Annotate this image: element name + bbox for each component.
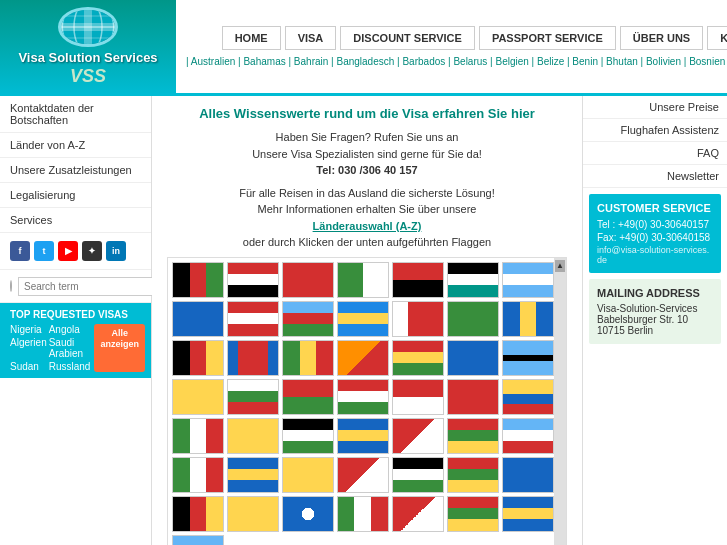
search-input[interactable] <box>18 277 157 296</box>
flag-item[interactable] <box>447 262 499 298</box>
flag-item[interactable] <box>337 340 389 376</box>
top-visa-russland[interactable]: Russland <box>49 361 91 372</box>
flag-item[interactable] <box>227 262 279 298</box>
flag-item[interactable] <box>502 262 554 298</box>
cs-tel: Tel : +49(0) 30-30640157 <box>597 219 713 230</box>
center-content: Alles Wissenswerte rund um die Visa erfa… <box>152 96 582 545</box>
flag-item[interactable] <box>227 418 279 454</box>
phone-number: Tel: 030 /306 40 157 <box>316 164 417 176</box>
flag-item[interactable] <box>227 457 279 493</box>
sidebar-item-laender[interactable]: Länder von A-Z <box>0 133 151 158</box>
flag-item[interactable] <box>392 340 444 376</box>
top-visa-angola[interactable]: Angola <box>49 324 91 335</box>
flag-item[interactable] <box>447 496 499 532</box>
flag-item[interactable] <box>502 340 554 376</box>
flag-item[interactable] <box>282 418 334 454</box>
flag-item[interactable] <box>227 496 279 532</box>
flag-item[interactable] <box>392 457 444 493</box>
flag-item[interactable] <box>337 262 389 298</box>
flag-item[interactable] <box>282 301 334 337</box>
flag-item[interactable] <box>227 301 279 337</box>
top-visas-section: TOP REQUESTED VISAS Nigeria Angola Alger… <box>0 303 151 378</box>
flag-item[interactable] <box>502 301 554 337</box>
customer-service-box: CUSTOMER SERVICE Tel : +49(0) 30-3064015… <box>589 194 721 273</box>
country-strip-text: | Australien | Bahamas | Bahrain | Bangl… <box>186 56 727 67</box>
flag-item[interactable] <box>227 340 279 376</box>
flag-item[interactable] <box>282 262 334 298</box>
nav-discount[interactable]: DISCOUNT SERVICE <box>340 26 475 50</box>
twitter-icon[interactable]: t <box>34 241 54 261</box>
cs-fax: Fax: +49(0) 30-30640158 <box>597 232 713 243</box>
flag-item[interactable] <box>502 496 554 532</box>
flag-item[interactable] <box>337 379 389 415</box>
top-visa-saudi[interactable]: Saudi Arabien <box>49 337 91 359</box>
mailing-title: MAILING ADDRESS <box>597 287 713 299</box>
bookmark-icon[interactable]: ✦ <box>82 241 102 261</box>
flag-item[interactable] <box>392 418 444 454</box>
flag-item[interactable] <box>447 457 499 493</box>
flag-item[interactable] <box>172 262 224 298</box>
facebook-icon[interactable]: f <box>10 241 30 261</box>
linkedin-icon[interactable]: in <box>106 241 126 261</box>
flag-item[interactable] <box>227 379 279 415</box>
flag-item[interactable] <box>172 379 224 415</box>
sidebar-item-services[interactable]: Services <box>0 208 151 233</box>
sidebar-item-legal[interactable]: Legalisierung <box>0 183 151 208</box>
flag-item[interactable] <box>337 301 389 337</box>
top-visa-sudan[interactable]: Sudan <box>10 361 47 372</box>
nav-kontakt[interactable]: KONTAKT <box>707 26 727 50</box>
flag-item[interactable] <box>172 340 224 376</box>
flag-item[interactable] <box>172 418 224 454</box>
flag-item[interactable] <box>282 379 334 415</box>
cs-email[interactable]: info@visa-solution-services.de <box>597 245 713 265</box>
flag-item[interactable] <box>337 457 389 493</box>
flag-item[interactable] <box>447 379 499 415</box>
top-visa-algerien[interactable]: Algerien <box>10 337 47 359</box>
flag-item[interactable] <box>447 301 499 337</box>
cs-title: CUSTOMER SERVICE <box>597 202 713 214</box>
country-strip[interactable]: | Australien | Bahamas | Bahrain | Bangl… <box>186 56 727 67</box>
flag-item[interactable] <box>172 535 224 546</box>
youtube-icon[interactable]: ▶ <box>58 241 78 261</box>
top-visa-nigeria[interactable]: Nigeria <box>10 324 47 335</box>
mailing-box: MAILING ADDRESS Visa-Solution-Services B… <box>589 279 721 344</box>
flag-item[interactable] <box>337 496 389 532</box>
flag-item[interactable] <box>282 340 334 376</box>
flag-item[interactable] <box>447 418 499 454</box>
flag-item[interactable] <box>392 496 444 532</box>
right-menu-faq[interactable]: FAQ <box>583 142 727 165</box>
alle-anzeigen-button[interactable]: Alle anzeigen <box>94 324 145 372</box>
sidebar-item-zusatz[interactable]: Unsere Zusatzleistungen <box>0 158 151 183</box>
scroll-up-button[interactable]: ▲ <box>555 260 565 272</box>
flag-item[interactable] <box>392 301 444 337</box>
nav-ueber[interactable]: ÜBER UNS <box>620 26 703 50</box>
flag-item[interactable] <box>392 262 444 298</box>
flag-item[interactable] <box>502 379 554 415</box>
flag-item[interactable] <box>172 457 224 493</box>
flag-item[interactable] <box>447 340 499 376</box>
top-visas-list: Nigeria Angola Algerien Saudi Arabien Su… <box>10 324 90 372</box>
flag-item[interactable] <box>282 457 334 493</box>
right-menu-preise[interactable]: Unsere Preise <box>583 96 727 119</box>
search-circle-icon <box>10 280 12 292</box>
search-bar <box>0 270 151 303</box>
flag-item[interactable] <box>172 496 224 532</box>
svg-point-0 <box>62 7 114 47</box>
sidebar-item-botschaften[interactable]: Kontaktdaten der Botschaften <box>0 96 151 133</box>
logo-globe <box>58 7 118 47</box>
right-menu-flughafen[interactable]: Flughafen Assistenz <box>583 119 727 142</box>
nav-passport[interactable]: PASSPORT SERVICE <box>479 26 616 50</box>
intro-text1: Haben Sie Fragen? Rufen Sie uns an Unser… <box>167 129 567 179</box>
nav-home[interactable]: HOME <box>222 26 281 50</box>
flag-item[interactable] <box>502 457 554 493</box>
nav-visa[interactable]: VISA <box>285 26 337 50</box>
flag-item[interactable] <box>502 418 554 454</box>
country-selection-link[interactable]: Länderauswahl (A-Z) <box>313 220 422 232</box>
scrollbar[interactable]: ▲ ▼ <box>554 258 566 546</box>
mailing-line1: Visa-Solution-Services <box>597 303 713 314</box>
flag-item[interactable] <box>392 379 444 415</box>
flag-item[interactable] <box>282 496 334 532</box>
flag-item[interactable] <box>172 301 224 337</box>
flag-item[interactable] <box>337 418 389 454</box>
right-menu-newsletter[interactable]: Newsletter <box>583 165 727 188</box>
